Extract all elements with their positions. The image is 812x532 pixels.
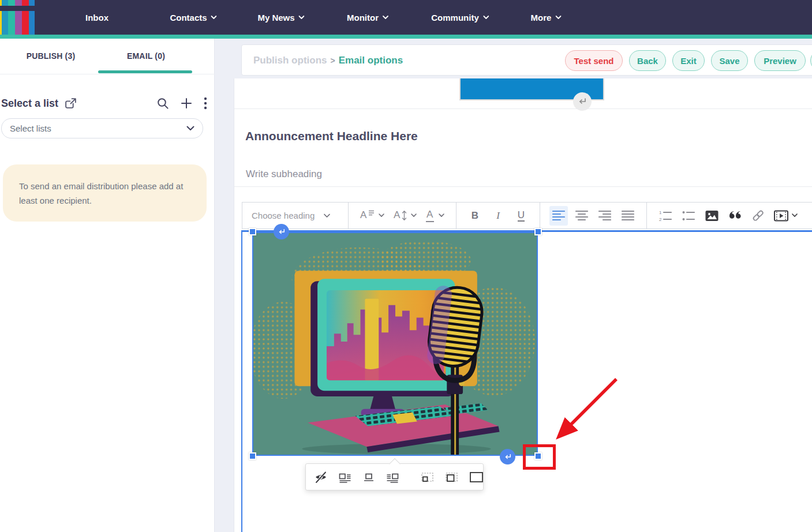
align-center-icon	[575, 210, 588, 221]
align-justify-button[interactable]	[619, 206, 637, 226]
chevron-down-icon	[211, 16, 217, 20]
editor-focus-border-left	[241, 230, 242, 532]
email-editor-canvas: Announcement Headline Here Write subhead…	[234, 78, 812, 532]
chevron-down-icon	[439, 213, 444, 218]
font-size-button[interactable]: A	[394, 209, 417, 222]
resize-handle-bottom-left[interactable]	[249, 452, 256, 460]
bullet-list-icon	[682, 209, 695, 222]
image-size-small-button[interactable]	[421, 471, 434, 484]
selected-email-image[interactable]	[252, 232, 538, 456]
chevron-down-icon	[483, 16, 489, 20]
list-header: Select a list	[1, 95, 77, 111]
app-logo[interactable]	[0, 0, 35, 35]
font-family-button[interactable]: A	[360, 209, 384, 222]
recipient-notice: To send an email distribution please add…	[3, 164, 207, 222]
toolbar-divider	[348, 203, 349, 228]
choose-heading-dropdown[interactable]: Choose heading	[252, 211, 341, 220]
bullet-list-button[interactable]	[679, 206, 698, 226]
richtext-toolbar: Choose heading A A	[242, 202, 812, 229]
breadcrumb-separator: >	[331, 56, 335, 65]
preview-button[interactable]: Preview	[754, 50, 806, 71]
resize-handle-top-right[interactable]	[534, 228, 542, 235]
annotation-arrow	[543, 369, 624, 450]
return-arrow-icon	[278, 228, 286, 235]
resize-handle-top-left[interactable]	[249, 228, 256, 235]
font-family-glyph: A	[360, 209, 366, 221]
choose-heading-label: Choose heading	[252, 211, 315, 220]
illustration-computer-microphone	[253, 233, 537, 455]
share-icon[interactable]	[64, 97, 77, 110]
chevron-down-icon	[379, 213, 384, 218]
align-left-icon	[552, 210, 565, 221]
subheading-field[interactable]: Write subheading	[246, 168, 322, 180]
size-small-icon	[421, 471, 434, 484]
image-align-right-button[interactable]	[386, 471, 399, 484]
image-align-left-button[interactable]	[339, 471, 351, 484]
headline-field[interactable]: Announcement Headline Here	[245, 129, 418, 143]
image-size-medium-button[interactable]	[445, 471, 458, 484]
kebab-menu-icon[interactable]	[204, 97, 207, 110]
italic-button[interactable]: I	[489, 206, 507, 226]
select-lists-dropdown[interactable]: Select lists	[1, 118, 203, 138]
insert-line-above-badge[interactable]	[274, 224, 289, 239]
tab-email[interactable]: EMAIL (0)	[98, 39, 194, 74]
back-button[interactable]: Back	[629, 50, 666, 71]
test-send-button[interactable]: Test send	[565, 50, 623, 71]
up-down-arrow-icon	[402, 210, 407, 221]
accent-bar	[0, 35, 812, 39]
nav-item-contacts[interactable]: Contacts	[170, 0, 216, 35]
nav-item-my-news[interactable]: My News	[257, 0, 304, 35]
active-tab-indicator	[98, 70, 192, 73]
underline-glyph: U	[518, 210, 525, 222]
divider	[234, 108, 812, 109]
sidebar: PUBLISH (3) EMAIL (0) Select a list	[0, 39, 215, 532]
chevron-down-icon	[186, 126, 194, 131]
image-left-icon	[339, 471, 351, 484]
nav-label: Contacts	[170, 13, 207, 23]
blockquote-button[interactable]	[725, 206, 744, 226]
text-color-glyph: A	[426, 209, 433, 220]
insert-video-button[interactable]	[774, 210, 798, 222]
chevron-down-icon	[792, 213, 798, 218]
search-icon[interactable]	[157, 98, 169, 110]
image-size-full-button[interactable]	[469, 471, 484, 484]
action-bar: Publish options > Email options Test sen…	[241, 44, 812, 76]
blockquote-icon	[728, 210, 742, 221]
toolbar-divider	[456, 203, 456, 228]
save-button[interactable]: Save	[711, 50, 748, 71]
eye-off-icon	[314, 471, 328, 484]
breadcrumb-email-options: Email options	[339, 55, 403, 66]
insert-line-below-badge[interactable]	[500, 449, 515, 464]
toolbar-divider	[646, 203, 647, 228]
nav-label: Monitor	[347, 13, 379, 23]
text-color-button[interactable]: A	[426, 209, 444, 223]
align-left-button[interactable]	[549, 206, 568, 226]
hide-image-button[interactable]	[314, 471, 328, 484]
exit-button[interactable]: Exit	[672, 50, 705, 71]
recipient-notice-text: To send an email distribution please add…	[19, 179, 192, 208]
insert-image-icon	[705, 210, 719, 222]
top-navbar: Inbox Contacts My News Monitor Community…	[0, 0, 812, 35]
nav-item-more[interactable]: More	[531, 0, 562, 35]
align-center-button[interactable]	[572, 206, 591, 226]
underline-button[interactable]: U	[512, 206, 530, 226]
return-arrow-icon	[504, 454, 512, 460]
nav-item-monitor[interactable]: Monitor	[347, 0, 388, 35]
align-right-button[interactable]	[596, 206, 614, 226]
bold-button[interactable]: B	[466, 206, 484, 226]
nav-item-inbox[interactable]: Inbox	[85, 0, 108, 35]
breadcrumb-publish-options[interactable]: Publish options	[253, 55, 327, 66]
image-center-icon	[362, 471, 375, 484]
nav-label: Inbox	[85, 13, 108, 23]
ordered-list-button[interactable]: 1 2	[656, 206, 675, 226]
divider	[0, 74, 215, 74]
tab-publish[interactable]: PUBLISH (3)	[0, 39, 102, 74]
bold-glyph: B	[472, 210, 478, 222]
image-align-center-button[interactable]	[362, 471, 375, 484]
nav-item-community[interactable]: Community	[431, 0, 489, 35]
insert-link-button[interactable]	[749, 206, 767, 226]
plus-icon[interactable]	[181, 98, 192, 109]
svg-text:1: 1	[659, 210, 662, 215]
toolbar-divider	[540, 203, 540, 228]
insert-image-button[interactable]	[702, 206, 721, 226]
